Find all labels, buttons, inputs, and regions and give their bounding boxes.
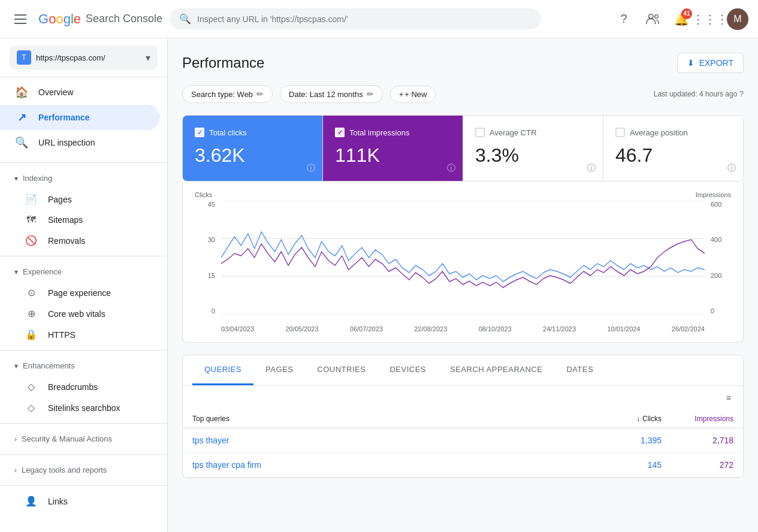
indexing-section-header[interactable]: ▾ Indexing (0, 168, 167, 189)
info-icon[interactable]: ⓘ (307, 163, 315, 174)
logo: Google Search Console (38, 11, 162, 27)
sidebar-item-breadcrumbs[interactable]: ◇ Breadcrumbs (0, 376, 167, 397)
main-layout: T https://tpscpas.com/ ▾ 🏠 Overview ↗ Pe… (0, 38, 758, 532)
data-table: Top queries ↓ Clicks Impressions tps tha… (183, 410, 743, 477)
tabs-header: QUERIES PAGES COUNTRIES DEVICES SEARCH A… (183, 355, 743, 386)
sidebar-item-https[interactable]: 🔒 HTTPS (0, 324, 167, 345)
notification-badge: 41 (681, 8, 692, 19)
metric-label-position: Average position (630, 128, 688, 137)
experience-section-header[interactable]: ▾ Experience (0, 261, 167, 282)
sidebar-item-overview[interactable]: 🏠 Overview (0, 80, 160, 105)
sidebar-item-core-web-vitals[interactable]: ⊕ Core web vitals (0, 303, 167, 324)
tab-countries[interactable]: COUNTRIES (305, 355, 378, 385)
menu-button[interactable] (10, 10, 31, 29)
metric-average-ctr[interactable]: Average CTR 3.3% ⓘ (463, 116, 603, 181)
sidebar-item-sitelinks-searchbox[interactable]: ◇ Sitelinks searchbox (0, 397, 167, 418)
tabs-container: QUERIES PAGES COUNTRIES DEVICES SEARCH A… (182, 355, 744, 478)
chevron-down-icon: ▾ (14, 174, 18, 183)
sidebar-sub-label: Pages (48, 195, 72, 204)
help-button[interactable]: ? (612, 7, 636, 31)
cell-query[interactable]: tps thayer (192, 436, 590, 445)
table-header: Top queries ↓ Clicks Impressions (183, 410, 743, 428)
page-experience-icon: ⊙ (24, 287, 38, 298)
property-dropdown[interactable]: T https://tpscpas.com/ ▾ (10, 46, 158, 69)
sidebar-sub-label: Links (48, 497, 68, 506)
legacy-section-header[interactable]: › Legacy tools and reports (0, 460, 167, 480)
metric-total-clicks[interactable]: Total clicks 3.62K ⓘ (183, 116, 323, 181)
col-header-clicks[interactable]: ↓ Clicks (590, 415, 662, 423)
tab-devices[interactable]: DEVICES (378, 355, 438, 385)
chart-svg (221, 201, 705, 315)
nav-divider-5 (0, 454, 167, 455)
avatar[interactable]: M (727, 8, 748, 30)
notifications-button[interactable]: 🔔 41 (669, 7, 693, 31)
edit-icon: ✏ (256, 89, 264, 99)
info-icon[interactable]: ⓘ (727, 163, 736, 174)
sidebar-sub-label: Removals (48, 236, 85, 246)
metric-checkbox-ctr[interactable] (475, 128, 485, 137)
sidebar-item-links[interactable]: 👤 Links (0, 491, 167, 512)
metric-label-ctr: Average CTR (490, 128, 537, 137)
sidebar-sub-label: Sitemaps (48, 215, 83, 225)
page-header: Performance ⬇ EXPORT (182, 53, 744, 73)
breadcrumbs-icon: ◇ (24, 381, 38, 392)
lock-icon: 🔒 (24, 329, 38, 340)
chart-container: Clicks Impressions 4530150 6004002000 (182, 182, 744, 343)
search-bar[interactable]: 🔍 (170, 8, 541, 29)
nav-divider-2 (0, 256, 167, 256)
enhancements-label: Enhancements (23, 361, 75, 370)
last-updated: Last updated: 4 hours ago ? (654, 90, 744, 98)
cell-query[interactable]: tps thayer cpa firm (192, 460, 590, 470)
info-icon[interactable]: ⓘ (587, 163, 596, 174)
tab-search-appearance[interactable]: SEARCH APPEARANCE (438, 355, 554, 385)
info-icon[interactable]: ⓘ (447, 163, 455, 174)
edit-icon: ✏ (367, 89, 374, 99)
tabs-toolbar: ≡ (183, 386, 743, 410)
cwv-icon: ⊕ (24, 308, 38, 319)
table-row[interactable]: tps thayer cpa firm 145 272 (183, 453, 743, 477)
chart-y-axis-right: 6004002000 (707, 201, 731, 315)
metric-average-position[interactable]: Average position 46.7 ⓘ (603, 116, 743, 181)
metric-total-impressions[interactable]: Total impressions 111K ⓘ (323, 116, 463, 181)
sidebar-item-url-inspection[interactable]: 🔍 URL inspection (0, 130, 160, 155)
security-section-header[interactable]: › Security & Manual Actions (0, 428, 167, 449)
date-filter[interactable]: Date: Last 12 months ✏ (280, 85, 383, 103)
add-filter-button[interactable]: + + New (390, 86, 436, 103)
manage-users-button[interactable] (641, 7, 665, 31)
filter-bar: Search type: Web ✏ Date: Last 12 months … (182, 85, 744, 103)
tab-dates[interactable]: DATES (554, 355, 605, 385)
metric-label-impressions: Total impressions (349, 128, 409, 137)
metric-checkbox-impressions[interactable] (335, 128, 345, 137)
chevron-right-icon: › (14, 435, 17, 443)
topbar: Google Search Console 🔍 ? 🔔 41 ⋮⋮⋮ M (0, 0, 758, 38)
tab-queries[interactable]: QUERIES (192, 355, 253, 385)
sidebar-item-label: Performance (38, 113, 90, 122)
new-label: + New (404, 90, 427, 99)
sidebar-item-performance[interactable]: ↗ Performance (0, 105, 160, 130)
sidebar-item-pages[interactable]: 📄 Pages (0, 189, 167, 210)
chart-y-right-label: Impressions (696, 191, 731, 198)
sidebar-item-removals[interactable]: 🚫 Removals (0, 230, 167, 251)
table-row[interactable]: tps thayer 1,395 2,718 (183, 428, 743, 453)
cell-clicks: 1,395 (590, 436, 662, 445)
metric-checkbox-clicks[interactable] (195, 128, 204, 137)
sidebar-item-sitemaps[interactable]: 🗺 Sitemaps (0, 210, 167, 230)
sitelinks-icon: ◇ (24, 402, 38, 413)
search-type-filter[interactable]: Search type: Web ✏ (182, 85, 273, 103)
indexing-label: Indexing (23, 174, 52, 183)
apps-button[interactable]: ⋮⋮⋮ (698, 7, 722, 31)
experience-label: Experience (23, 267, 62, 276)
cell-impressions: 272 (662, 460, 733, 470)
nav-divider-4 (0, 423, 167, 424)
plus-icon: + (399, 90, 404, 99)
search-input[interactable] (197, 14, 531, 24)
export-button[interactable]: ⬇ EXPORT (677, 53, 744, 73)
sidebar-item-page-experience[interactable]: ⊙ Page experience (0, 282, 167, 303)
enhancements-section-header[interactable]: ▾ Enhancements (0, 355, 167, 376)
svg-point-0 (649, 14, 653, 18)
metric-checkbox-position[interactable] (615, 128, 625, 137)
filter-icon[interactable]: ≡ (724, 391, 733, 405)
chevron-down-icon: ▾ (14, 268, 18, 276)
chart-area: 4530150 6004002000 (195, 201, 731, 332)
tab-pages[interactable]: PAGES (253, 355, 305, 385)
